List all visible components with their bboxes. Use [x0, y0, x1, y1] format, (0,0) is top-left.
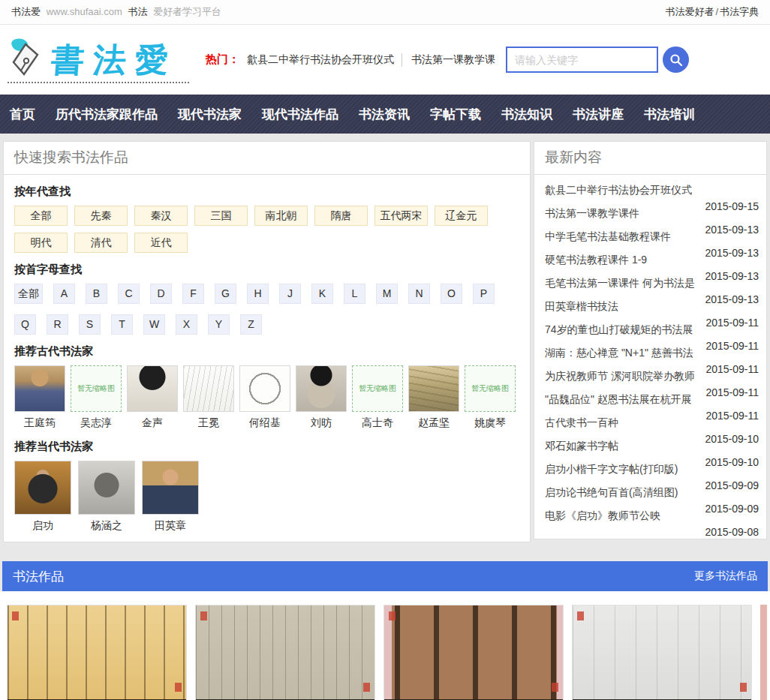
- letter-filter-button[interactable]: F: [182, 284, 204, 304]
- latest-item-title[interactable]: 歙县二中举行书法协会开班仪式: [545, 184, 692, 197]
- latest-item-title[interactable]: 古代隶书一百种: [545, 416, 618, 430]
- latest-item-title[interactable]: 启功小楷千字文字帖(打印版): [545, 463, 678, 476]
- era-filter-button[interactable]: 清代: [74, 233, 128, 253]
- search-input[interactable]: [506, 47, 658, 73]
- latest-item-title[interactable]: 邓石如篆书字帖: [545, 440, 618, 453]
- link-calligraphy-dictionary[interactable]: 书法字典: [720, 6, 759, 17]
- nav-item[interactable]: 书法资讯: [359, 106, 410, 123]
- letter-filter-button[interactable]: Y: [208, 314, 230, 335]
- latest-item-title[interactable]: 中学毛笔书法基础教程课件: [545, 230, 671, 244]
- nav-item[interactable]: 现代书法家: [178, 106, 242, 123]
- link-calligraphy-fans[interactable]: 书法爱好者: [665, 6, 714, 17]
- letter-filter-button[interactable]: S: [79, 314, 101, 335]
- calligrapher-card[interactable]: 田英章: [142, 461, 199, 533]
- calligrapher-card[interactable]: 暂无缩略图 姚虞琴: [465, 365, 516, 430]
- hot-link[interactable]: 歙县二中举行书法协会开班仪式: [247, 53, 394, 67]
- latest-item-title[interactable]: 启功论书绝句百首(高清组图): [545, 486, 678, 500]
- site-logo[interactable]: 書法愛: [8, 37, 189, 83]
- latest-item-title[interactable]: 毛笔书法第一课课件 何为书法是: [545, 277, 695, 290]
- search-button[interactable]: [663, 47, 689, 73]
- letter-filter-button[interactable]: Z: [240, 314, 262, 335]
- latest-item: 田英章楷书技法 2015-09-11: [534, 296, 766, 319]
- era-filter-button[interactable]: 隋唐: [314, 206, 368, 226]
- latest-item-title[interactable]: 电影《启功》教师节公映: [545, 509, 660, 523]
- era-filter-button[interactable]: 全部: [14, 206, 68, 226]
- latest-item-title[interactable]: 田英章楷书技法: [545, 300, 618, 314]
- letter-filter-button[interactable]: D: [150, 284, 172, 304]
- latest-item: 启功小楷千字文字帖(打印版) 2015-09-09: [534, 458, 766, 482]
- calligrapher-card[interactable]: 王庭筠: [14, 365, 65, 430]
- quick-search-title: 快速搜索书法作品: [4, 142, 530, 175]
- no-thumbnail-label: 暂无缩略图: [471, 383, 509, 394]
- latest-item: 邓石如篆书字帖 2015-09-10: [534, 435, 766, 458]
- letter-filter-button[interactable]: J: [279, 284, 301, 304]
- letter-filter-button[interactable]: R: [47, 314, 68, 335]
- letter-filter-button[interactable]: W: [143, 314, 165, 335]
- nav-item[interactable]: 书法知识: [501, 106, 552, 123]
- letter-filter-button[interactable]: K: [311, 284, 333, 304]
- letter-filter-button[interactable]: C: [118, 284, 140, 304]
- latest-item-title[interactable]: 为庆祝教师节 漯河职院举办教师: [545, 370, 695, 383]
- topbar-links: 书法爱好者/书法字典: [665, 5, 759, 19]
- nav-item[interactable]: 历代书法家跟作品: [56, 106, 158, 123]
- calligrapher-card[interactable]: 暂无缩略图 高士奇: [352, 365, 403, 430]
- era-filter-button[interactable]: 先秦: [74, 206, 128, 226]
- letter-filter-button[interactable]: T: [111, 314, 133, 335]
- pen-logo-icon: [8, 37, 48, 79]
- work-tile-partial[interactable]: [760, 605, 767, 700]
- era-filter-row: 全部先秦秦汉三国南北朝隋唐五代两宋辽金元明代清代近代: [14, 206, 519, 253]
- latest-item-title[interactable]: 74岁的董也山打破规矩的书法展: [545, 323, 693, 337]
- letter-filter-button[interactable]: Q: [14, 314, 36, 335]
- work-tile[interactable]: 弘一法师《行书》: [572, 605, 752, 700]
- nav-item[interactable]: 首页: [10, 106, 35, 123]
- work-image: [196, 605, 374, 699]
- calligrapher-card[interactable]: 王冕: [183, 365, 234, 430]
- era-filter-button[interactable]: 五代两宋: [374, 206, 428, 226]
- letter-filter-button[interactable]: M: [376, 284, 398, 304]
- site-suffix: 书法: [128, 6, 147, 17]
- calligrapher-card[interactable]: 暂无缩略图 吴志淳: [71, 365, 122, 430]
- latest-item: 毛笔书法第一课课件 何为书法是 2015-09-13: [534, 272, 766, 296]
- calligrapher-name: 高士奇: [352, 416, 403, 430]
- calligrapher-card[interactable]: 启功: [14, 461, 71, 533]
- letter-filter-button[interactable]: X: [176, 314, 197, 335]
- calligrapher-card[interactable]: 何绍基: [239, 365, 290, 430]
- more-works-link[interactable]: 更多书法作品: [694, 569, 757, 583]
- era-filter-button[interactable]: 秦汉: [134, 206, 188, 226]
- latest-item-title[interactable]: 书法第一课教学课件: [545, 207, 639, 221]
- nav-item[interactable]: 字帖下载: [430, 106, 481, 123]
- letter-filter-button[interactable]: B: [86, 284, 107, 304]
- search-icon: [669, 53, 683, 67]
- calligrapher-card[interactable]: 赵孟坚: [408, 365, 459, 430]
- era-filter-button[interactable]: 三国: [194, 206, 248, 226]
- latest-item-title[interactable]: 硬笔书法教程课件 1-9: [545, 254, 647, 267]
- letter-filter-button[interactable]: O: [441, 284, 462, 304]
- letter-filter-button[interactable]: A: [53, 284, 75, 304]
- no-thumbnail-label: 暂无缩略图: [77, 383, 115, 394]
- nav-item[interactable]: 书法讲座: [573, 106, 624, 123]
- nav-item[interactable]: 书法培训: [644, 106, 695, 123]
- calligrapher-card[interactable]: 金声: [127, 365, 178, 430]
- no-thumbnail-label: 暂无缩略图: [359, 383, 396, 394]
- calligrapher-card[interactable]: 杨涵之: [78, 461, 135, 533]
- works-grid: 蔡襄行书《陶生帖》尺牍 文徵明小楷《离骚经》 徐渭草书《诗轴》: [0, 591, 770, 700]
- work-tile[interactable]: 徐渭草书《诗轴》: [383, 605, 564, 700]
- era-filter-button[interactable]: 近代: [134, 233, 188, 253]
- nav-item[interactable]: 现代书法作品: [262, 106, 338, 123]
- letter-filter-button[interactable]: N: [408, 284, 430, 304]
- era-filter-button[interactable]: 辽金元: [435, 206, 488, 226]
- latest-item-title[interactable]: 湖南：慈心禅意 "N+1" 慈善书法: [545, 347, 693, 360]
- letter-filter-button[interactable]: 全部: [14, 284, 43, 304]
- work-tile[interactable]: 蔡襄行书《陶生帖》尺牍: [7, 605, 187, 700]
- hot-link[interactable]: 书法第一课教学课: [402, 53, 495, 67]
- letter-filter-button[interactable]: G: [215, 284, 236, 304]
- work-tile[interactable]: 文徵明小楷《离骚经》: [195, 605, 375, 700]
- calligrapher-card[interactable]: 刘昉: [296, 365, 347, 430]
- latest-item-title[interactable]: "品魏品位" 赵恩书法展在杭开展: [545, 393, 692, 407]
- letter-filter-button[interactable]: P: [473, 284, 495, 304]
- letter-filter-button[interactable]: H: [247, 284, 269, 304]
- era-filter-button[interactable]: 南北朝: [254, 206, 308, 226]
- era-filter-button[interactable]: 明代: [14, 233, 68, 253]
- calligrapher-name: 杨涵之: [78, 519, 135, 533]
- letter-filter-button[interactable]: L: [344, 284, 365, 304]
